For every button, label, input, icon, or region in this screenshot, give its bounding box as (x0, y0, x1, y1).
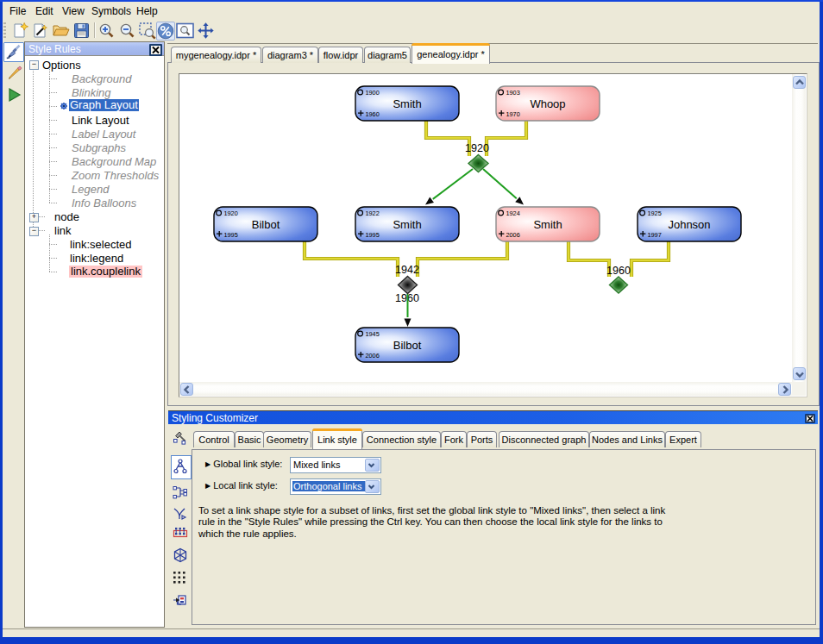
svg-text:Bilbot: Bilbot (252, 218, 280, 231)
svg-text:1920: 1920 (465, 142, 489, 154)
svg-text:1970: 1970 (506, 110, 520, 118)
svg-text:1997: 1997 (648, 231, 662, 239)
svg-text:Smith: Smith (393, 218, 421, 231)
svg-text:1995: 1995 (224, 231, 238, 239)
svg-text:Smith: Smith (533, 218, 562, 231)
svg-text:Bilbot: Bilbot (393, 339, 422, 352)
svg-text:Johnson: Johnson (668, 218, 710, 231)
svg-text:2006: 2006 (506, 231, 520, 239)
svg-text:1942: 1942 (395, 264, 419, 276)
svg-text:1900: 1900 (366, 89, 380, 97)
svg-text:1945: 1945 (366, 330, 380, 338)
svg-text:2006: 2006 (366, 352, 380, 360)
svg-text:1960: 1960 (366, 110, 380, 118)
svg-text:Whoop: Whoop (530, 97, 565, 110)
svg-text:1920: 1920 (224, 209, 238, 217)
svg-text:Smith: Smith (393, 97, 421, 110)
svg-text:1924: 1924 (506, 209, 520, 217)
svg-text:1960: 1960 (606, 265, 631, 277)
svg-text:1903: 1903 (506, 89, 520, 97)
svg-text:1922: 1922 (366, 209, 380, 217)
svg-text:1995: 1995 (366, 231, 380, 239)
svg-text:1925: 1925 (648, 209, 662, 217)
